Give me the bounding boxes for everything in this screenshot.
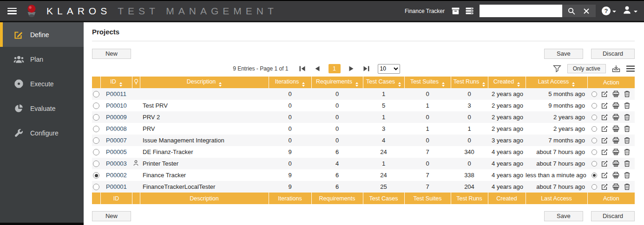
action-radio[interactable] [591,91,597,97]
header-last-access[interactable]: Last Access [526,77,587,88]
filter-icon[interactable] [553,65,561,72]
test-cases-value[interactable]: 24 [363,169,404,181]
search-button[interactable] [565,6,578,16]
clear-search-button[interactable] [580,6,593,16]
print-icon[interactable] [612,114,619,121]
header-test-runs[interactable]: Test Runs [451,77,488,88]
current-page-button[interactable]: 1 [329,64,341,73]
row-select-radio[interactable] [93,149,99,155]
sidebar-item-configure[interactable]: Configure [0,121,84,145]
test-cases-value[interactable]: 25 [363,181,404,193]
test-suites-value[interactable]: 1 [404,123,451,135]
page-size-select[interactable]: 10 [378,64,400,74]
sidebar-item-plan[interactable]: Plan [0,47,84,71]
test-suites-value[interactable]: 7 [404,169,451,181]
test-cases-value[interactable]: 1 [363,111,404,123]
new-button-top[interactable]: New [92,49,131,59]
project-id-link[interactable]: P00003 [106,160,127,167]
test-runs-value[interactable]: 1 [451,123,488,135]
header-iterations[interactable]: Iterations [269,77,311,88]
print-icon[interactable] [612,172,619,179]
iterations-value[interactable]: 9 [269,181,311,193]
edit-icon[interactable] [601,148,608,155]
only-active-button[interactable]: Only active [567,64,606,73]
last-page-icon[interactable] [363,65,370,72]
project-id-link[interactable]: P00009 [106,114,127,121]
edit-icon[interactable] [601,125,608,132]
project-id-link[interactable]: P00008 [106,125,127,132]
user-menu[interactable] [622,5,637,17]
iterations-value[interactable]: 0 [269,100,311,111]
iterations-value[interactable]: 0 [269,88,311,100]
sidebar-item-execute[interactable]: Execute [0,71,84,96]
requirements-value[interactable]: 0 [311,100,363,111]
requirements-value[interactable]: 0 [311,88,363,100]
table-menu-icon[interactable] [626,65,635,72]
test-runs-value[interactable]: 3 [451,100,488,111]
delete-icon[interactable] [624,172,631,179]
action-radio[interactable] [591,138,597,143]
discard-button-top[interactable]: Discard [591,49,635,59]
header-test-cases[interactable]: Test Cases [363,77,404,88]
project-id-link[interactable]: P00007 [106,137,127,144]
requirements-value[interactable]: 0 [311,135,363,146]
row-select-radio[interactable] [93,91,99,97]
first-page-icon[interactable] [299,65,306,72]
edit-icon[interactable] [601,172,608,179]
requirements-value[interactable]: 6 [311,169,363,181]
test-cases-value[interactable]: 1 [363,88,404,100]
test-suites-value[interactable]: 0 [404,88,451,100]
test-runs-value[interactable]: 0 [451,88,488,100]
action-radio[interactable] [591,103,597,109]
search-input[interactable] [480,5,562,17]
print-icon[interactable] [612,183,619,190]
new-button-bottom[interactable]: New [92,211,131,221]
header-test-suites[interactable]: Test Suites [404,77,451,88]
requirements-value[interactable]: 6 [311,181,363,193]
test-runs-value[interactable]: 340 [451,146,488,158]
next-page-icon[interactable] [348,65,355,72]
edit-icon[interactable] [601,160,608,167]
save-button-bottom[interactable]: Save [544,211,583,221]
menu-icon[interactable] [7,8,17,14]
project-id-link[interactable]: P00005 [106,148,127,155]
header-created[interactable]: Created [488,77,526,88]
help-menu[interactable]: ? [602,6,616,15]
print-icon[interactable] [612,125,619,132]
test-runs-value[interactable]: 204 [451,181,488,193]
print-icon[interactable] [612,160,619,167]
delete-icon[interactable] [624,114,631,121]
print-icon[interactable] [612,137,619,144]
action-radio[interactable] [591,149,597,155]
iterations-value[interactable]: 0 [269,123,311,135]
discard-button-bottom[interactable]: Discard [591,211,635,221]
test-runs-value[interactable]: 0 [451,111,488,123]
test-cases-value[interactable]: 4 [363,135,404,146]
header-requirements[interactable]: Requirements [311,77,363,88]
iterations-value[interactable]: 0 [269,135,311,146]
save-button-top[interactable]: Save [544,49,583,59]
print-icon[interactable] [612,90,619,97]
row-select-radio[interactable] [93,103,99,109]
test-suites-value[interactable]: 0 [404,111,451,123]
header-id[interactable]: ID [100,77,132,88]
print-icon[interactable] [612,148,619,155]
delete-icon[interactable] [624,137,631,144]
sidebar-item-define[interactable]: Define [0,22,84,47]
test-cases-value[interactable]: 3 [363,123,404,135]
edit-icon[interactable] [601,183,608,190]
delete-icon[interactable] [624,148,631,155]
row-select-radio[interactable] [93,126,99,132]
test-suites-value[interactable]: 7 [404,146,451,158]
test-runs-value[interactable]: 0 [451,135,488,146]
test-cases-value[interactable]: 1 [363,158,404,169]
requirements-value[interactable]: 6 [311,146,363,158]
edit-icon[interactable] [601,137,608,144]
archive-icon[interactable] [452,7,460,14]
iterations-value[interactable]: 0 [269,111,311,123]
requirements-value[interactable]: 0 [311,123,363,135]
sidebar-item-evaluate[interactable]: Evaluate [0,96,84,121]
test-cases-value[interactable]: 5 [363,100,404,111]
row-select-radio[interactable] [93,114,99,121]
project-id-link[interactable]: P00010 [106,102,127,109]
